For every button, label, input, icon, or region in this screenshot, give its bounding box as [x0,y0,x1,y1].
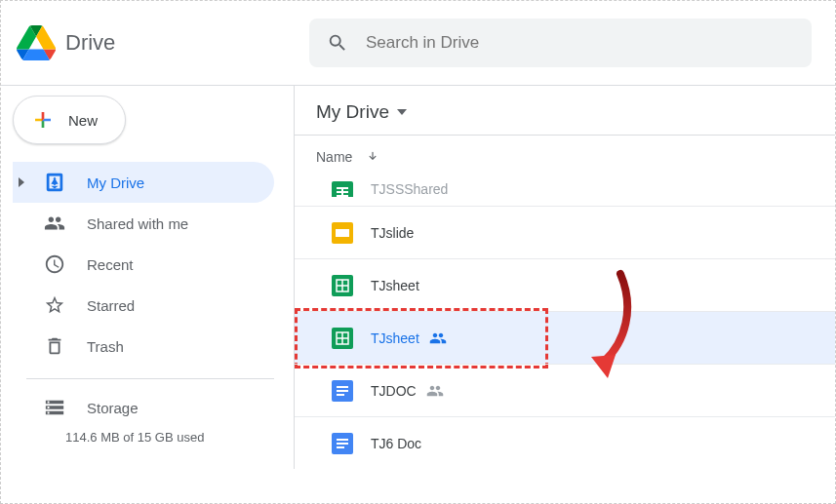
sidebar-item-recent[interactable]: Recent [13,244,274,285]
sidebar-item-my-drive[interactable]: My Drive [13,162,274,203]
sidebar-item-label: Recent [87,256,134,273]
column-header-name[interactable]: Name [295,136,835,173]
sheets-icon [332,328,353,349]
drive-icon [44,172,65,193]
file-name: TJ6 Doc [371,436,421,451]
docs-icon [332,433,353,454]
file-name: TJsheet [371,330,419,346]
main-content: My Drive Name TJSSShared TJslide TJsheet… [294,86,835,469]
logo-area[interactable]: Drive [17,25,309,60]
file-name: TJslide [371,225,414,241]
plus-icon [31,108,55,132]
docs-icon [332,380,353,402]
sidebar-divider [26,378,274,379]
file-name: TJDOC [371,383,417,399]
file-row[interactable]: TJsheet [295,258,835,311]
search-bar[interactable] [309,19,812,67]
svg-rect-19 [337,394,344,396]
column-header-label: Name [316,149,352,165]
breadcrumb-label: My Drive [316,101,389,123]
sidebar-item-label: Shared with me [87,215,188,232]
sidebar: New My Drive Shared with me Recent Starr… [1,86,294,469]
slides-icon [332,222,353,244]
body: New My Drive Shared with me Recent Starr… [1,86,835,469]
new-button[interactable]: New [13,96,126,144]
caret-right-icon [19,177,26,187]
arrow-down-icon [366,150,379,164]
file-row[interactable]: TJsheet [295,311,835,364]
sidebar-item-label: My Drive [87,174,144,191]
clock-icon [44,253,65,275]
file-row[interactable]: TJslide [295,206,835,258]
new-button-label: New [68,112,98,129]
file-name: TJSSShared [371,181,448,197]
header: Drive [1,1,835,85]
drive-logo-icon [17,25,56,60]
sidebar-item-label: Trash [87,338,124,355]
dropdown-caret-icon [397,109,407,115]
file-row[interactable]: TJ6 Doc [295,416,835,469]
svg-rect-23 [337,446,344,448]
trash-icon [44,335,65,357]
sidebar-item-storage[interactable]: Storage [13,387,274,428]
svg-rect-7 [336,229,349,237]
sheet-icon [332,181,353,197]
sidebar-item-label: Starred [87,297,135,314]
sheets-icon [332,275,353,296]
storage-icon [44,397,65,418]
file-row[interactable]: TJSSShared [295,173,835,206]
breadcrumb[interactable]: My Drive [295,86,835,136]
file-name: TJsheet [371,278,419,293]
search-icon [327,32,348,54]
sidebar-item-label: Storage [87,400,139,416]
storage-usage-text: 114.6 MB of 15 GB used [65,430,294,445]
sidebar-item-shared[interactable]: Shared with me [13,203,274,244]
svg-rect-21 [337,439,348,441]
star-icon [44,294,65,316]
svg-rect-18 [337,390,348,392]
svg-rect-5 [341,187,343,197]
svg-rect-17 [337,386,348,388]
sidebar-item-trash[interactable]: Trash [13,326,274,367]
app-name: Drive [65,30,115,56]
file-row[interactable]: TJDOC [295,364,835,416]
sidebar-item-starred[interactable]: Starred [13,285,274,326]
shared-icon [426,384,444,398]
svg-rect-22 [337,443,348,445]
shared-icon [429,331,447,345]
search-input[interactable] [366,33,794,53]
people-icon [44,213,65,234]
